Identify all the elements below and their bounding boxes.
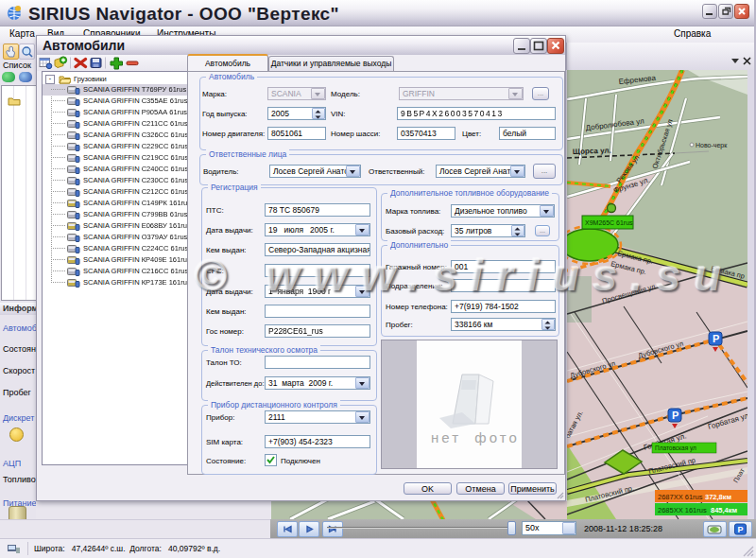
svg-text:Щорса ул.: Щорса ул. <box>573 147 611 156</box>
svg-text:2685ХХ 161rus: 2685ХХ 161rus <box>658 506 707 514</box>
svg-text:Платовская ул: Платовская ул <box>655 445 696 452</box>
svg-text:P: P <box>738 525 744 534</box>
svg-text:Х9М265С 61rus: Х9М265С 61rus <box>585 219 633 226</box>
svg-text:P: P <box>713 333 719 344</box>
svg-text:Ново-черк: Ново-черк <box>696 142 728 149</box>
svg-text:2687ХХ 61rus: 2687ХХ 61rus <box>658 493 703 501</box>
svg-text:845,4км: 845,4км <box>711 506 738 514</box>
svg-text:372,8км: 372,8км <box>705 493 732 501</box>
svg-text:P: P <box>672 410 679 421</box>
